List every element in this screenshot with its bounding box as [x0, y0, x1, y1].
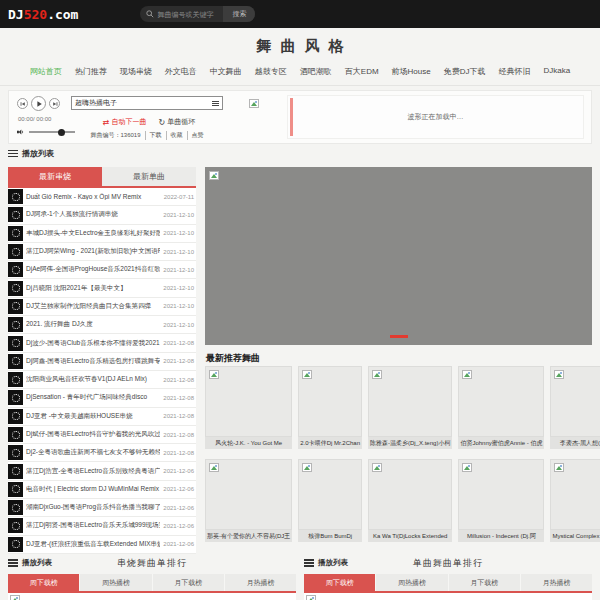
list-item[interactable]: 沈阳商业风电音狂欢节春V1(DJ AELn Mix)2021-12-08 — [8, 371, 196, 389]
album-card[interactable]: 核弹Bum BumDj — [298, 459, 362, 542]
list-item[interactable]: DJ亚君 -中文最美越南鼓HOUSE串烧2021-12-08 — [8, 408, 196, 426]
list-item[interactable]: 电音时代 | Electric storm DJ WuMinMai Remix2… — [8, 481, 196, 499]
favorite-link[interactable]: 收藏 — [166, 131, 187, 140]
list-item[interactable]: Dj吕晓阳 沈阳2021年【最美中文】2021-12-10 — [8, 279, 196, 297]
album-card[interactable]: Millusion - Indecent (Dj.阿 — [458, 459, 544, 542]
song-date: 2021-12-10 — [163, 285, 194, 291]
loading-thumbnail-icon — [8, 445, 23, 460]
tab-month-plays[interactable]: 月热播榜 — [225, 574, 296, 591]
nav-item-djkaka[interactable]: DJkaka — [544, 66, 571, 77]
download-link[interactable]: 下载 — [145, 131, 166, 140]
broken-image-icon — [462, 463, 472, 472]
album-card[interactable]: 那英-有个爱你的人不容易(DJ王 — [205, 459, 292, 542]
broken-image-icon — [554, 463, 564, 472]
like-link[interactable]: 点赞 — [187, 131, 208, 140]
autoplay-next-option[interactable]: ⇄ 自动下一曲 — [103, 117, 147, 127]
broken-image-icon — [249, 99, 259, 108]
album-caption: 陈雅森-温柔乡(Dj_X.teng)小柯 — [368, 437, 452, 449]
nav-item-hot[interactable]: 热门推荐 — [75, 66, 107, 77]
tab-month-plays[interactable]: 月热播榜 — [521, 574, 592, 591]
list-item[interactable]: 丰城DJ摆头-中文ELectro金玉良缘彩礼好聚好散专辑2021-12-10 — [8, 225, 196, 243]
site-logo[interactable]: DJ520.com — [8, 7, 78, 22]
album-card[interactable]: Mystical Complex - Real Fire — [550, 459, 600, 542]
waveform-panel[interactable]: 波形正在加载中… — [287, 95, 584, 139]
album-card[interactable]: 风火轮-J.K. - You Got Me — [205, 366, 292, 449]
tab-month-downloads[interactable]: 月下载榜 — [153, 574, 225, 591]
album-placeholder — [458, 366, 544, 437]
next-button[interactable] — [49, 98, 60, 109]
carousel-indicator[interactable] — [390, 335, 408, 338]
loading-thumbnail-icon — [8, 482, 23, 497]
playlist-label: 播放列表 — [304, 558, 348, 568]
broken-image-icon — [209, 171, 219, 180]
nav-item-viet-drum[interactable]: 越鼓专区 — [255, 66, 287, 77]
album-placeholder — [458, 459, 544, 530]
list-item[interactable]: 湛江Dj明贤-国粤语ELectro音乐天乐城999现场实录串烧2021-12-0… — [8, 517, 196, 535]
nav-item-top-edm[interactable]: 百大EDM — [345, 66, 379, 77]
tab-week-plays[interactable]: 周热播榜 — [376, 574, 448, 591]
main-nav: 网站首页 热门推荐 现场串烧 外文电音 中文舞曲 越鼓专区 酒吧潮歌 百大EDM… — [0, 66, 600, 77]
broken-image-icon — [209, 370, 219, 379]
album-caption: Ka Wa Ti(DjLocks Extended — [368, 530, 452, 542]
list-item[interactable]: 湛江DJ阿荣Wing - 2021(新歌加旧歌)中文国语ProgHouse串20… — [8, 243, 196, 261]
list-item[interactable]: Dj2-全粤语歌曲连新周不福七友女不够钟无赖经典情歌2021-12-08 — [8, 444, 196, 462]
nav-item-free-download[interactable]: 免费DJ下载 — [444, 66, 486, 77]
tab-week-plays[interactable]: 周热播榜 — [80, 574, 152, 591]
nav-item-house[interactable]: 前场House — [392, 66, 431, 77]
list-item[interactable]: DJ阿承-1个人孤独流行情调串烧2021-12-10 — [8, 206, 196, 224]
single-loop-option[interactable]: ↻ 单曲循环 — [159, 117, 196, 127]
album-placeholder — [550, 366, 600, 437]
tab-latest-mixes[interactable]: 最新串烧 — [8, 167, 102, 186]
tab-week-downloads[interactable]: 周下载榜 — [8, 574, 80, 591]
nav-item-home[interactable]: 网站首页 — [30, 66, 62, 77]
list-item[interactable]: Dj波少-国粤语Club音乐根本你不懂得爱我2021全中文DJ2021-12-0… — [8, 334, 196, 352]
album-card[interactable]: 2.0卡喂伴Dj Mr.2Chan — [298, 366, 362, 449]
loading-thumbnail-icon — [8, 262, 23, 277]
list-item[interactable]: 湖南DjxGuo-国粤语Prog音乐抖音热播当我聊了她串烧2021-12-06 — [8, 499, 196, 517]
nav-item-classic[interactable]: 经典怀旧 — [499, 66, 531, 77]
tab-month-downloads[interactable]: 月下载榜 — [449, 574, 521, 591]
play-button[interactable] — [31, 96, 46, 111]
current-song-box[interactable]: 超嗨热播电子 — [71, 96, 223, 110]
list-item[interactable]: 2021. 流行舞曲 DJ久度2021-12-10 — [8, 316, 196, 334]
speaker-icon[interactable] — [17, 128, 25, 136]
nav-item-live-mix[interactable]: 现场串烧 — [120, 66, 152, 77]
list-item[interactable]: DJ艾兰独家制作沈阳经典曲目大合集第四弹2021-12-10 — [8, 298, 196, 316]
list-item[interactable]: Duất Gió Remix - Kayo x Ôpi MV Remix2022… — [8, 188, 196, 206]
loop-icon: ↻ — [159, 118, 166, 127]
loading-thumbnail-icon — [8, 464, 23, 479]
playlist-label: 播放列表 — [8, 558, 52, 568]
loading-thumbnail-icon — [8, 244, 23, 259]
nav-item-chinese-dance[interactable]: 中文舞曲 — [210, 66, 242, 77]
nav-item-bar-songs[interactable]: 酒吧潮歌 — [300, 66, 332, 77]
loading-thumbnail-icon — [8, 226, 23, 241]
song-date: 2021-12-08 — [163, 395, 194, 401]
broken-image-icon — [209, 463, 219, 472]
divider — [0, 85, 600, 86]
album-caption: 风火轮-J.K. - You Got Me — [205, 437, 292, 449]
search-icon — [146, 10, 154, 18]
album-card[interactable]: 李袭杰-黑人想(Dj.King- — [550, 366, 600, 449]
search-button[interactable]: 搜索 — [223, 6, 255, 22]
album-card[interactable]: 陈雅森-温柔乡(Dj_X.teng)小柯 — [368, 366, 452, 449]
banner-carousel[interactable] — [205, 167, 592, 345]
logo-520: 520 — [24, 7, 47, 22]
tab-week-downloads[interactable]: 周下载榜 — [304, 574, 376, 591]
loading-thumbnail-icon — [8, 317, 23, 332]
list-item[interactable]: DjSensation - 青年时代广场回味经典disco2021-12-08 — [8, 389, 196, 407]
search-input[interactable] — [157, 11, 223, 18]
list-item[interactable]: Dj斌仔-国粤语ELectro抖音守护着我的光风吹过八千里2021-12-08 — [8, 426, 196, 444]
album-caption: 李袭杰-黑人想(Dj.King- — [550, 437, 600, 449]
previous-button[interactable] — [17, 98, 28, 109]
tab-latest-singles[interactable]: 最新单曲 — [102, 167, 196, 186]
list-item[interactable]: DJ亚君-(狂浪狂浪重低音车载Extended MIX串烧)2021-12-06 — [8, 536, 196, 554]
album-placeholder — [368, 459, 452, 530]
album-card[interactable]: Ka Wa Ti(DjLocks Extended — [368, 459, 452, 542]
list-item[interactable]: Dj阿鑫-国粤语ELectro音乐精选包房打碟跳舞专辑2021-12-08 — [8, 353, 196, 371]
list-item[interactable]: 湛江Dj浩宜-全粤语ELectro音乐别致经典粤语广东夜店串2021-12-06 — [8, 462, 196, 480]
search-bar: 搜索 — [140, 6, 255, 22]
album-card[interactable]: 伯贤Johnny蜜伯虎Annie - 伯虎 — [458, 366, 544, 449]
nav-item-foreign-edm[interactable]: 外文电音 — [165, 66, 197, 77]
playlist-toggle-icon[interactable] — [212, 101, 219, 106]
list-item[interactable]: DjAe阿伟-全国语ProgHouse音乐2021抖音红歌车载专辑2021-12… — [8, 261, 196, 279]
